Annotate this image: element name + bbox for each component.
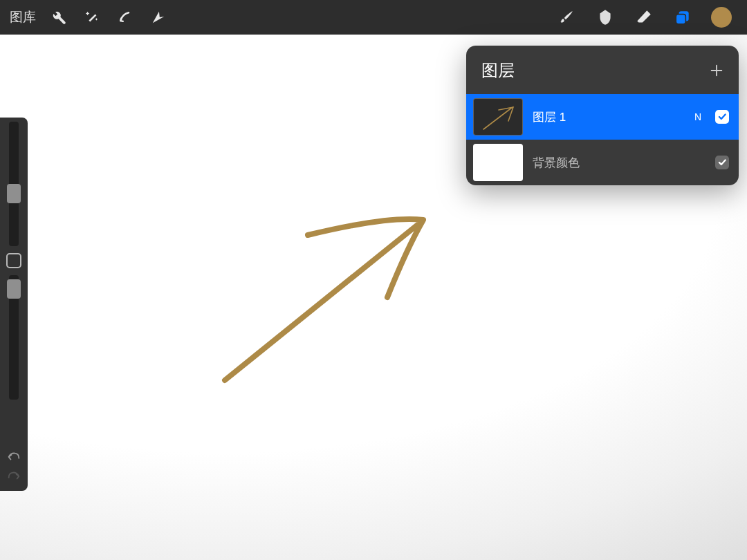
side-toolbar xyxy=(0,118,28,491)
undo-redo-group xyxy=(4,448,24,487)
layer-name-label: 图层 1 xyxy=(533,109,685,125)
slider-thumb[interactable] xyxy=(7,184,21,203)
eraser-icon[interactable] xyxy=(634,7,654,28)
brush-size-slider[interactable] xyxy=(9,122,19,246)
opacity-slider[interactable] xyxy=(9,275,19,400)
layers-panel: 图层 图层 1 N 背景颜色 xyxy=(466,46,739,185)
toolbar-right-group xyxy=(556,7,737,28)
layer-thumbnail xyxy=(473,144,523,181)
gallery-button[interactable]: 图库 xyxy=(10,8,36,26)
layer-thumbnail xyxy=(473,98,523,136)
wrench-icon[interactable] xyxy=(48,7,69,28)
layer-row[interactable]: 背景颜色 xyxy=(466,140,739,185)
brush-icon[interactable] xyxy=(556,7,577,28)
visibility-checkbox[interactable] xyxy=(715,110,729,124)
layer-name-label: 背景颜色 xyxy=(533,155,706,171)
slider-thumb[interactable] xyxy=(7,279,21,299)
smudge-icon[interactable] xyxy=(595,7,616,28)
magic-wand-icon[interactable] xyxy=(82,7,102,28)
top-toolbar: 图库 xyxy=(0,0,747,35)
redo-button[interactable] xyxy=(4,467,24,483)
selection-icon[interactable] xyxy=(115,7,136,28)
toolbar-left-group: 图库 xyxy=(10,7,169,28)
layers-panel-header: 图层 xyxy=(466,46,739,94)
visibility-checkbox[interactable] xyxy=(715,156,729,169)
transform-arrow-icon[interactable] xyxy=(148,7,169,28)
layer-row[interactable]: 图层 1 N xyxy=(466,94,739,140)
layers-panel-title: 图层 xyxy=(481,59,515,82)
blend-mode-label[interactable]: N xyxy=(694,111,701,122)
layers-icon[interactable] xyxy=(672,7,693,28)
add-layer-button[interactable] xyxy=(708,62,725,79)
undo-button[interactable] xyxy=(4,448,24,463)
color-picker-button[interactable] xyxy=(711,7,732,28)
svg-rect-1 xyxy=(676,15,685,24)
modifier-button[interactable] xyxy=(6,253,21,268)
